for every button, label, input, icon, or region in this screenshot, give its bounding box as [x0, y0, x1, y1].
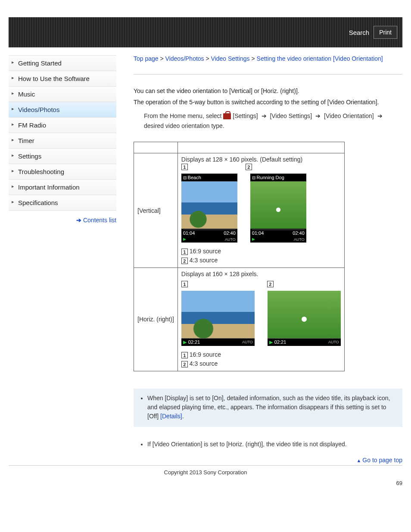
legend: 116:9 source 24:3 source [181, 350, 341, 368]
sidebar-item-how-to-use-software[interactable]: How to Use the Software [9, 71, 116, 87]
row-desc: Displays at 160 × 128 pixels. [181, 271, 341, 277]
preview-vertical-beach: Beach 01:0402:40 ▶ AUTO [181, 174, 237, 243]
time-total: 02:40 [293, 230, 305, 236]
hint-box: When [Display] is set to [On], detailed … [134, 389, 402, 427]
sidebar-item-getting-started[interactable]: Getting Started [9, 56, 116, 71]
auto-badge: AUTO [225, 237, 236, 242]
num-marker-2: 2 [267, 281, 274, 287]
sidebar-item-troubleshooting[interactable]: Troubleshooting [9, 164, 116, 180]
preview-image-dog [250, 181, 306, 229]
arrow-right-icon: ➔ [76, 217, 81, 224]
sidebar-item-music[interactable]: Music [9, 87, 116, 102]
play-icon: ▶ [183, 237, 186, 241]
go-to-top-link[interactable]: Go to page top [362, 457, 402, 464]
breadcrumb-sep: > [252, 55, 255, 62]
step-video-orientation: [Video Orientation] [324, 112, 374, 119]
instruction-step: From the Home menu, select [Settings] ➔ … [134, 111, 402, 132]
step-settings: [Settings] [233, 112, 258, 119]
play-icon: ▶ [269, 339, 273, 345]
breadcrumb-sep: > [160, 55, 164, 62]
row-body-horiz: Displays at 160 × 128 pixels. 1 2 ▶02:21… [177, 268, 344, 371]
search-button[interactable]: Search [349, 29, 370, 36]
table-header-empty [177, 142, 344, 153]
time-elapsed: 01:04 [183, 230, 195, 236]
main-content: Top page > Videos/Photos > Video Setting… [134, 55, 402, 464]
sidebar-item-fm-radio[interactable]: FM Radio [9, 118, 116, 133]
sidebar-item-specifications[interactable]: Specifications [9, 195, 116, 211]
breadcrumb-title[interactable]: Setting the video orientation [Video Ori… [257, 55, 383, 62]
sidebar-item-important-information[interactable]: Important Information [9, 180, 116, 195]
triangle-up-icon: ▲ [356, 458, 361, 463]
page-number: 69 [9, 480, 402, 486]
time-elapsed: 02:21 [188, 339, 200, 345]
time-elapsed: 01:04 [252, 230, 264, 236]
preview-image-beach [181, 181, 237, 229]
sidebar-item-timer[interactable]: Timer [9, 133, 116, 149]
row-desc: Displays at 128 × 160 pixels. (Default s… [181, 156, 341, 163]
footer-divider [9, 465, 402, 466]
play-icon: ▶ [183, 339, 187, 345]
num-marker-2: 2 [246, 164, 252, 170]
go-to-top-row: ▲Go to page top [134, 457, 402, 464]
step-tail: desired video orientation type. [144, 122, 224, 129]
num-marker-1: 1 [181, 164, 188, 170]
sidebar-nav: Getting Started How to Use the Software … [9, 55, 116, 211]
step-text-pre: From the Home menu, select [144, 112, 223, 119]
intro-para-1: You can set the video orientation to [Ve… [134, 87, 402, 95]
sidebar-item-settings[interactable]: Settings [9, 149, 116, 164]
legend-43: 4:3 source [190, 257, 218, 264]
row-body-vertical: Displays at 128 × 160 pixels. (Default s… [177, 153, 344, 268]
details-link[interactable]: [Details] [160, 413, 182, 420]
legend-169: 16:9 source [190, 248, 221, 255]
num-marker-1: 1 [181, 249, 188, 255]
legend-169: 16:9 source [190, 351, 221, 358]
preview-image-beach [181, 291, 255, 338]
auto-badge: AUTO [328, 340, 339, 344]
num-marker-1: 1 [181, 352, 188, 358]
preview-vertical-dog: Running Dog 01:0402:40 ▶ AUTO [250, 174, 306, 243]
num-marker-1: 1 [181, 281, 188, 287]
legend: 116:9 source 24:3 source [181, 247, 341, 265]
note-item: If [Video Orientation] is set to [Horiz.… [147, 440, 402, 449]
preview-horiz-beach: ▶02:21 AUTO [181, 291, 255, 346]
breadcrumb-videos-photos[interactable]: Videos/Photos [165, 55, 204, 62]
copyright: Copyright 2013 Sony Corporation [9, 469, 402, 476]
auto-badge: AUTO [242, 340, 253, 344]
row-label-vertical: [Vertical] [134, 153, 178, 268]
step-video-settings: [Video Settings] [270, 112, 312, 119]
sidebar: Getting Started How to Use the Software … [9, 55, 116, 464]
table-header-empty [134, 142, 178, 153]
hint-item: When [Display] is set to [On], detailed … [147, 394, 397, 421]
arrow-right-icon: ➔ [377, 111, 383, 121]
arrow-right-icon: ➔ [315, 111, 321, 121]
auto-badge: AUTO [294, 237, 305, 242]
intro-para-2: The operation of the 5-way button is swi… [134, 98, 402, 106]
preview-title: Beach [181, 174, 237, 180]
breadcrumb-top[interactable]: Top page [134, 55, 159, 62]
preview-horiz-dog: ▶02:21 AUTO [268, 291, 341, 346]
contents-list-link-row: ➔Contents list [9, 217, 116, 224]
row-label-horiz: [Horiz. (right)] [134, 268, 178, 371]
preview-image-dog [268, 291, 341, 338]
header-band: Search Print [9, 17, 402, 47]
breadcrumb-video-settings[interactable]: Video Settings [211, 55, 250, 62]
legend-43: 4:3 source [190, 360, 218, 367]
breadcrumb: Top page > Videos/Photos > Video Setting… [134, 55, 402, 62]
breadcrumb-sep: > [206, 55, 209, 62]
num-marker-2: 2 [181, 361, 188, 367]
contents-list-link[interactable]: Contents list [83, 217, 116, 224]
hint-text-b: . [182, 413, 184, 420]
print-button[interactable]: Print [374, 26, 397, 39]
note-box: If [Video Orientation] is set to [Horiz.… [134, 440, 402, 454]
settings-icon [223, 113, 231, 119]
divider [134, 74, 402, 75]
orientation-table: [Vertical] Displays at 128 × 160 pixels.… [134, 142, 345, 371]
arrow-right-icon: ➔ [262, 111, 267, 121]
sidebar-item-videos-photos[interactable]: Videos/Photos [9, 102, 116, 118]
time-total: 02:40 [224, 230, 236, 236]
preview-title: Running Dog [250, 174, 306, 180]
play-icon: ▶ [252, 237, 255, 241]
time-elapsed: 02:21 [274, 339, 286, 345]
num-marker-2: 2 [181, 258, 188, 264]
